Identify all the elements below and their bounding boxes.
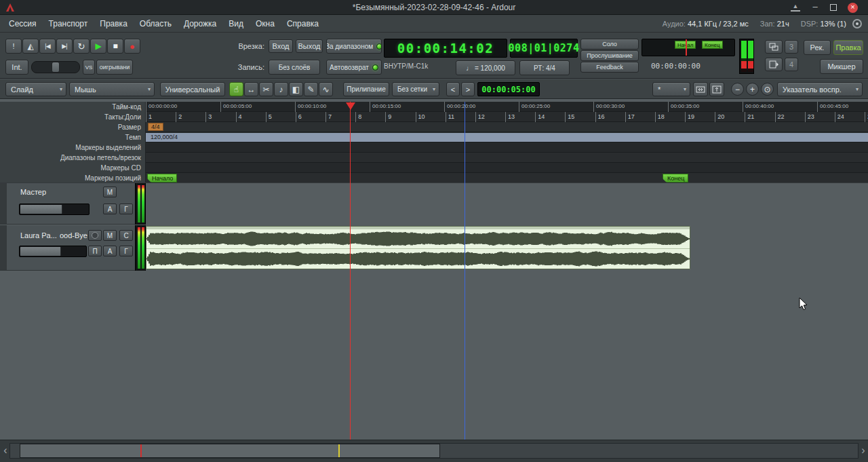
audition-button[interactable]: Прослушивание	[580, 50, 639, 61]
recorder-view-button[interactable]: Рек.	[804, 40, 831, 55]
range-tool[interactable]: ↔	[244, 82, 258, 96]
auto-return-button[interactable]: Автовозврат	[326, 60, 382, 75]
snap-button[interactable]: Прилипание	[343, 82, 389, 96]
grab-tool[interactable]: ☝	[229, 82, 243, 96]
meter-button[interactable]: РТ: 4/4	[519, 60, 570, 75]
master-g-button[interactable]: Г	[119, 204, 133, 214]
menu-item[interactable]: Окна	[250, 15, 281, 33]
nudge-back-button[interactable]: <	[446, 82, 460, 96]
loop-button[interactable]: ↻	[73, 39, 90, 54]
midi-panic-button[interactable]: !	[5, 39, 22, 54]
main-clock[interactable]: 00:00:14:02	[384, 39, 507, 58]
nudge-clock[interactable]: 00:00:05:00	[477, 82, 540, 96]
goto-start-button[interactable]: |◀	[39, 39, 56, 54]
audio-track-name[interactable]: Laura Pa...	[20, 231, 57, 239]
tempo-button[interactable]: ♩ = 120,000	[456, 60, 515, 75]
track-g-button[interactable]: Г	[119, 246, 133, 256]
close-button[interactable]: ×	[848, 3, 858, 13]
audition-tool[interactable]: ♪	[274, 82, 288, 96]
track-solo-button[interactable]: C	[119, 230, 133, 241]
mini-end-marker[interactable]: Конец	[702, 41, 723, 49]
session-start-marker[interactable]: Начало	[147, 174, 177, 182]
master-gain-fader[interactable]	[19, 204, 90, 215]
draw-tool[interactable]: ✎	[304, 82, 318, 96]
track-scroll-button[interactable]	[765, 58, 783, 71]
tempo-ruler[interactable]: 120,000/4	[146, 132, 868, 142]
varispeed-button[interactable]: VS	[83, 60, 95, 75]
timefx-tool[interactable]: ◧	[289, 82, 303, 96]
track-mute-button[interactable]: M	[103, 230, 117, 241]
menu-item[interactable]: Сессия	[3, 15, 43, 33]
zoom-in-button[interactable]: +	[746, 83, 759, 96]
play-button[interactable]: ▶	[90, 39, 106, 54]
grid-mode-combo[interactable]: Без сетки▾	[392, 82, 439, 96]
punch-out-button[interactable]: Выход	[296, 39, 323, 53]
status-indicator-icon[interactable]	[852, 19, 862, 28]
audio-region[interactable]	[146, 226, 690, 269]
mini-clock[interactable]: 00:00:00:00	[651, 62, 732, 71]
track-layout-button[interactable]	[765, 40, 783, 54]
track-record-arm-button[interactable]	[88, 230, 102, 241]
scroll-right-button[interactable]: ›	[859, 442, 867, 461]
punch-range-button[interactable]: За диапазоном	[326, 39, 382, 54]
shuttle-handle[interactable]	[52, 62, 60, 73]
menu-item[interactable]: Транспорт	[43, 15, 94, 33]
zoom-reset-button[interactable]: ⊙	[761, 83, 774, 96]
menu-item[interactable]: Правка	[94, 15, 134, 33]
playhead-line[interactable]	[350, 102, 351, 440]
meter-signature-chip[interactable]: 4/4	[148, 123, 163, 131]
cd-markers-ruler[interactable]	[146, 163, 868, 173]
goto-end-button[interactable]: ▶|	[56, 39, 73, 54]
zoom-to-session-button[interactable]	[693, 82, 708, 96]
menu-item[interactable]: Область	[134, 15, 178, 33]
scroll-left-button[interactable]: ‹	[1, 442, 9, 461]
punch-in-button[interactable]: Вход	[269, 39, 293, 53]
zoom-focus-button[interactable]	[709, 82, 724, 96]
automation-tool[interactable]: ∿	[319, 82, 333, 96]
summary-view-thumb[interactable]	[20, 444, 440, 458]
menu-item[interactable]: Вид	[222, 15, 250, 33]
metronome-button[interactable]: ◭	[22, 39, 39, 54]
edit-mode-combo[interactable]: Слайд▾	[5, 82, 66, 96]
mouse-mode-combo[interactable]: Мышь▾	[69, 82, 155, 96]
shuttle-mode-combo[interactable]: оигрывани	[96, 60, 133, 75]
zoom-focus-combo[interactable]: Указатель воспр.▾	[777, 82, 863, 96]
audio-track-header[interactable]: Laura Pa... ood-Bye M C П А Г	[0, 225, 135, 271]
restore-icon[interactable]	[830, 4, 837, 11]
range-markers-ruler[interactable]	[146, 142, 868, 153]
location-markers-ruler[interactable]: Начало Конец	[146, 173, 868, 183]
bars-ruler[interactable]: 1234567891011121314151617181920212223242…	[146, 112, 868, 122]
eject-icon[interactable]: ▲	[791, 3, 800, 12]
mixer-view-button[interactable]: Микшер	[820, 59, 863, 74]
master-track-header[interactable]: Мастер M А Г	[0, 183, 135, 225]
marker-visibility-combo[interactable]: *▾	[652, 82, 690, 96]
track-gain-fader[interactable]	[19, 246, 87, 257]
playhead-marker-icon[interactable]	[346, 102, 355, 110]
smart-mode-button[interactable]: Универсальный	[160, 82, 225, 96]
stop-button[interactable]: ■	[107, 39, 123, 54]
solo-button[interactable]: Соло	[580, 39, 639, 50]
editor-view-button[interactable]: Правка	[833, 40, 863, 55]
track-a-button[interactable]: А	[103, 246, 117, 256]
master-track-name[interactable]: Мастер	[20, 188, 46, 196]
timecode-ruler[interactable]: 00:00:00:0000:00:05:0000:00:10:0000:00:1…	[146, 102, 868, 112]
master-mute-button[interactable]: M	[103, 187, 117, 197]
meter-ruler[interactable]: 4/4	[146, 122, 868, 132]
tempo-bar[interactable]: 120,000/4	[146, 133, 868, 142]
zoom-out-button[interactable]: −	[731, 83, 744, 96]
record-button[interactable]: ●	[124, 39, 140, 54]
summary-track[interactable]	[9, 443, 859, 459]
secondary-clock[interactable]: 008|01|0274	[510, 39, 578, 58]
loop-punch-ruler[interactable]	[146, 153, 868, 163]
menu-item[interactable]: Дорожка	[178, 15, 222, 33]
audio-track-name-suffix[interactable]: ood-Bye	[60, 231, 87, 239]
track-p-button[interactable]: П	[88, 246, 102, 256]
shuttle-slider[interactable]	[31, 61, 80, 73]
cut-tool[interactable]: ✂	[259, 82, 273, 96]
record-layers-button[interactable]: Без слоёв	[269, 60, 320, 75]
feedback-button[interactable]: Feedback	[580, 62, 639, 73]
master-a-button[interactable]: А	[103, 204, 117, 214]
menu-item[interactable]: Справка	[281, 15, 325, 33]
mini-timeline[interactable]: Начал Конец	[642, 39, 735, 56]
session-end-marker[interactable]: Конец	[663, 174, 688, 182]
